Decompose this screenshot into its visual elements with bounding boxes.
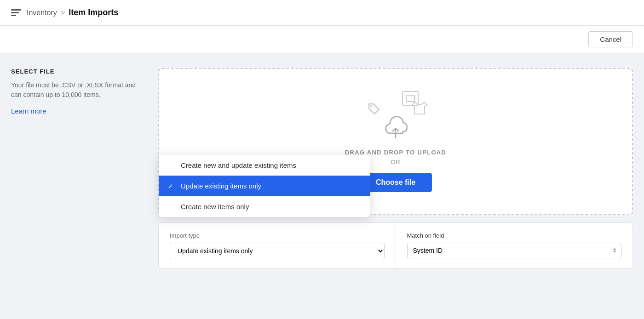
import-type-select[interactable]: Update existing items only Create new an…: [170, 243, 385, 259]
import-options-section: Import type Create new and update existi…: [158, 222, 633, 269]
import-type-dropdown[interactable]: Create new and update existing items ✓ U…: [159, 155, 370, 217]
cancel-button[interactable]: Cancel: [588, 31, 633, 47]
dropdown-item-update-only[interactable]: ✓ Update existing items only: [159, 176, 370, 196]
match-field-select-wrapper: System ID SKU Name: [407, 243, 622, 258]
dropdown-item-create-update[interactable]: Create new and update existing items: [159, 155, 370, 176]
right-panel: DRAG AND DROP TO UPLOAD OR Choose file I…: [158, 68, 633, 306]
header: Inventory > Item Imports: [0, 0, 644, 26]
main-content: SELECT FILE Your file must be .CSV or .X…: [0, 53, 644, 319]
breadcrumb: Inventory > Item Imports: [11, 8, 118, 17]
svg-point-0: [370, 105, 372, 107]
dropdown-item-create-update-label: Create new and update existing items: [181, 161, 296, 169]
breadcrumb-inventory: Inventory: [27, 9, 57, 17]
section-description: Your file must be .CSV or .XLSX format a…: [11, 80, 144, 100]
upload-icons: [363, 91, 428, 142]
match-field-section: Match on field System ID SKU Name: [396, 223, 633, 268]
breadcrumb-current: Item Imports: [69, 8, 118, 17]
learn-more-link[interactable]: Learn more: [11, 107, 46, 115]
match-field-label: Match on field: [407, 232, 622, 239]
dropdown-item-update-only-label: Update existing items only: [181, 182, 261, 190]
checkmark-selected: ✓: [168, 182, 176, 190]
import-type-section: Import type Create new and update existi…: [159, 223, 396, 268]
left-panel: SELECT FILE Your file must be .CSV or .X…: [11, 68, 158, 306]
shirt-icon: [411, 100, 428, 117]
or-text: OR: [391, 159, 401, 165]
inventory-icon: [11, 9, 21, 17]
match-field-select[interactable]: System ID SKU Name: [407, 243, 622, 258]
import-type-label: Import type: [170, 232, 385, 239]
cloud-upload-icon: [382, 114, 409, 142]
toolbar: Cancel: [0, 26, 644, 53]
dropdown-item-create-only[interactable]: Create new items only: [159, 196, 370, 217]
breadcrumb-separator: >: [61, 9, 65, 17]
section-title: SELECT FILE: [11, 68, 144, 75]
dropdown-item-create-only-label: Create new items only: [181, 203, 249, 211]
tag-icon: [367, 102, 382, 117]
